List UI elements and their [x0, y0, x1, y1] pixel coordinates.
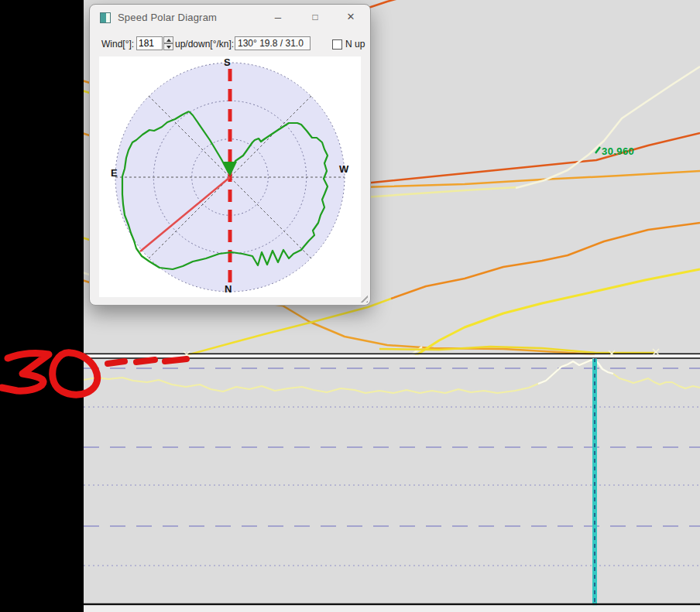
compass-label-w: W	[339, 163, 348, 175]
left-black-panel	[0, 0, 84, 612]
updown-label: up/down[°/kn]:	[175, 39, 234, 50]
spin-down-button[interactable]	[163, 43, 173, 50]
spin-up-button[interactable]	[163, 36, 173, 43]
compass-label-n: N	[225, 283, 232, 295]
n-up-label: N up	[345, 39, 365, 50]
updown-value-field[interactable]	[235, 36, 311, 50]
red-dash-1	[108, 361, 125, 364]
polar-diagram	[99, 56, 361, 297]
compass-label-e: E	[111, 167, 118, 179]
wind-label: Wind[°]:	[101, 39, 134, 50]
red-dash-2	[136, 360, 155, 362]
red-dash-3	[165, 359, 187, 361]
compass-label-s: S	[224, 56, 231, 68]
screen: 30.960 Speed Polar Diagram – □ ✕ Wind[°]…	[0, 0, 700, 612]
polar-panel: S E W N	[99, 56, 361, 297]
titlebar[interactable]: Speed Polar Diagram – □ ✕	[90, 5, 370, 31]
wind-spinner	[163, 36, 173, 50]
toolbar: Wind[°]: up/down[°/kn]: N up	[90, 34, 370, 56]
wind-input[interactable]	[136, 36, 163, 50]
bottom-strip	[84, 606, 700, 612]
close-button[interactable]: ✕	[339, 9, 362, 26]
window-title: Speed Polar Diagram	[118, 12, 217, 23]
maximize-button[interactable]: □	[304, 9, 327, 26]
app-icon	[100, 12, 111, 23]
minimize-button[interactable]: –	[266, 9, 290, 26]
speed-value-label: 30.960	[602, 145, 634, 157]
speed-polar-dialog-window: Speed Polar Diagram – □ ✕ Wind[°]: up/do…	[89, 4, 371, 306]
n-up-checkbox[interactable]	[332, 39, 342, 50]
